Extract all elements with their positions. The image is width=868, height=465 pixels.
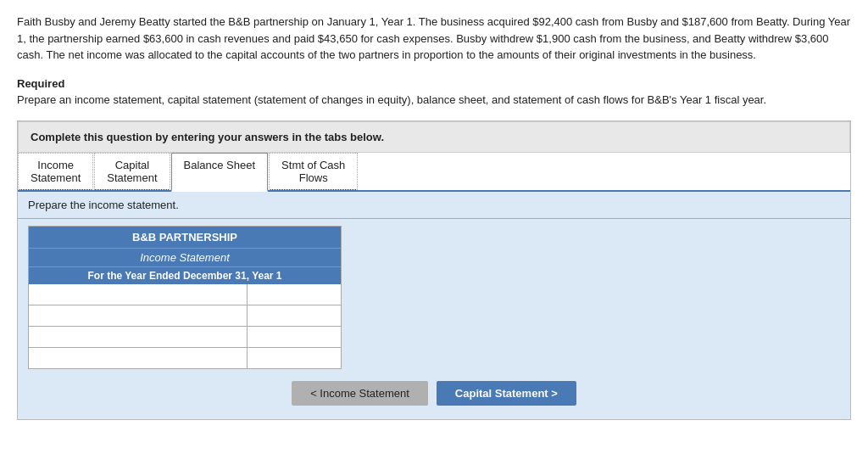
statement-table: B&B PARTNERSHIP Income Statement For the…: [28, 226, 342, 369]
required-text: Prepare an income statement, capital sta…: [17, 92, 851, 109]
tab-income-label-2: Statement: [31, 171, 81, 184]
tab-instruction-text: Prepare the income statement.: [28, 199, 179, 211]
intro-paragraph: Faith Busby and Jeremy Beatty started th…: [17, 14, 851, 64]
tab-cash-label-1: Stmt of Cash: [281, 159, 345, 171]
table-row: [29, 326, 341, 347]
tab-stmt-cash-flows[interactable]: Stmt of Cash Flows: [269, 153, 358, 190]
nav-buttons: < Income Statement Capital Statement >: [28, 381, 840, 406]
tab-balance-label-1: Balance Sheet: [184, 159, 256, 171]
tabs-row: Income Statement Capital Statement Balan…: [18, 153, 850, 192]
tab-capital-statement[interactable]: Capital Statement: [94, 153, 170, 190]
instruction-box: Complete this question by entering your …: [18, 121, 850, 153]
tab-income-label-1: Income: [31, 159, 81, 171]
row-value-1[interactable]: [248, 284, 341, 305]
required-label: Required: [17, 77, 64, 90]
row-label-4[interactable]: [29, 348, 248, 368]
required-section: Required Prepare an income statement, ca…: [17, 76, 851, 109]
tab-capital-label-2: Statement: [107, 171, 157, 184]
statement-area: B&B PARTNERSHIP Income Statement For the…: [18, 219, 850, 419]
table-row: [29, 284, 341, 305]
next-button[interactable]: Capital Statement >: [437, 381, 576, 406]
row-label-2[interactable]: [29, 305, 248, 326]
statement-date: For the Year Ended December 31, Year 1: [29, 266, 341, 284]
row-value-4[interactable]: [248, 348, 341, 368]
tab-instruction: Prepare the income statement.: [18, 192, 850, 219]
prev-button[interactable]: < Income Statement: [292, 381, 428, 406]
instruction-text: Complete this question by entering your …: [31, 131, 384, 143]
statement-body: [29, 284, 341, 368]
row-value-2[interactable]: [248, 305, 341, 326]
row-value-3[interactable]: [248, 327, 341, 347]
row-label-3[interactable]: [29, 327, 248, 347]
question-wrapper: Complete this question by entering your …: [17, 120, 851, 420]
table-row: [29, 305, 341, 326]
row-label-1[interactable]: [29, 284, 248, 305]
table-row: [29, 347, 341, 368]
tab-balance-sheet[interactable]: Balance Sheet: [171, 153, 269, 192]
statement-title: B&B PARTNERSHIP: [29, 227, 341, 248]
tab-income-statement[interactable]: Income Statement: [18, 153, 93, 190]
statement-subtitle: Income Statement: [29, 248, 341, 266]
tab-capital-label-1: Capital: [107, 159, 157, 171]
tab-cash-label-2: Flows: [281, 171, 345, 184]
